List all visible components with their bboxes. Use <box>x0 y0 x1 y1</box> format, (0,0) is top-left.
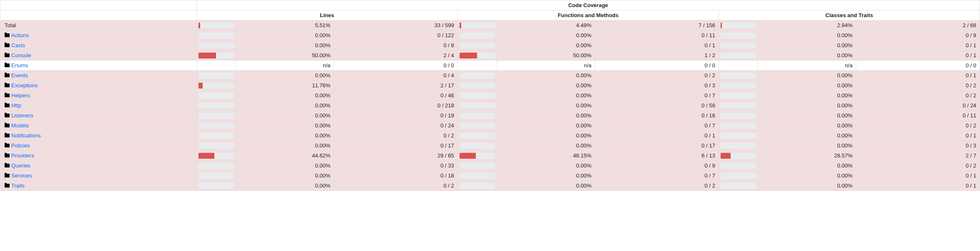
lines-pct: 0.00% <box>236 121 334 131</box>
funcs-pct: 0.00% <box>497 101 595 111</box>
classes-bar-cell <box>719 151 758 161</box>
folder-link[interactable]: Console <box>11 52 31 58</box>
name-cell: Traits <box>0 181 197 191</box>
classes-progress <box>721 93 756 99</box>
folder-link[interactable]: Queries <box>11 162 30 169</box>
classes-frac: 2 / 7 <box>856 151 980 161</box>
lines-bar-cell <box>196 41 236 51</box>
folder-link[interactable]: Providers <box>11 152 34 159</box>
name-cell: Helpers <box>0 91 197 101</box>
classes-pct: 0.00% <box>758 141 856 151</box>
table-row: Traits0.00%0 / 20.00%0 / 20.00%0 / 1 <box>0 181 980 191</box>
lines-frac: 0 / 17 <box>334 141 458 151</box>
funcs-pct: 0.00% <box>497 41 595 51</box>
lines-frac: 0 / 46 <box>334 91 458 101</box>
lines-pct: n/a <box>236 61 334 71</box>
name-cell: Queries <box>0 161 197 171</box>
classes-progress <box>721 153 756 159</box>
folder-link[interactable]: Enums <box>11 62 28 68</box>
lines-progress <box>199 73 234 79</box>
funcs-pct: 0.00% <box>497 71 595 81</box>
folder-link[interactable]: Http <box>11 102 21 109</box>
lines-pct: 44.62% <box>236 151 334 161</box>
folder-link[interactable]: Casts <box>11 42 25 48</box>
folder-link[interactable]: Listeners <box>11 112 33 119</box>
funcs-progress <box>460 143 495 149</box>
name-cell: Services <box>0 171 197 181</box>
folder-link[interactable]: Services <box>11 172 32 179</box>
lines-bar-cell <box>196 121 236 131</box>
funcs-bar-cell <box>457 51 497 61</box>
funcs-bar-cell <box>457 171 497 181</box>
classes-pct: 2.94% <box>758 20 856 30</box>
classes-bar-cell <box>719 20 758 30</box>
funcs-progress <box>460 53 495 58</box>
funcs-bar-cell <box>457 181 497 191</box>
classes-pct: 0.00% <box>758 101 856 111</box>
funcs-pct: 0.00% <box>497 181 595 191</box>
funcs-bar-cell <box>457 141 497 151</box>
classes-pct: n/a <box>758 61 856 71</box>
classes-frac: 0 / 24 <box>856 101 980 111</box>
funcs-progress <box>460 43 495 48</box>
folder-link[interactable]: Notifications <box>11 132 41 139</box>
funcs-bar-cell <box>457 81 497 91</box>
classes-pct: 0.00% <box>758 71 856 81</box>
folder-link[interactable]: Policies <box>11 142 30 149</box>
classes-progress <box>721 113 756 119</box>
funcs-pct: 0.00% <box>497 30 595 41</box>
lines-progress-bar <box>199 53 216 58</box>
folder-icon <box>5 154 10 157</box>
lines-frac: 0 / 2 <box>334 131 458 141</box>
classes-pct: 0.00% <box>758 51 856 61</box>
funcs-progress <box>460 183 495 189</box>
classes-bar-cell <box>719 91 758 101</box>
classes-pct: 0.00% <box>758 171 856 181</box>
funcs-frac: 7 / 156 <box>595 20 719 30</box>
funcs-progress <box>460 173 495 179</box>
lines-progress <box>199 93 234 99</box>
folder-link[interactable]: Traits <box>11 183 25 189</box>
lines-progress <box>199 103 234 109</box>
funcs-frac: 0 / 16 <box>595 111 719 121</box>
classes-progress-bar <box>721 153 731 159</box>
funcs-frac: 0 / 3 <box>595 81 719 91</box>
lines-pct: 0.00% <box>236 181 334 191</box>
funcs-frac: 0 / 2 <box>595 181 719 191</box>
folder-icon <box>5 43 10 47</box>
folder-link[interactable]: Exceptions <box>11 82 38 89</box>
folder-link[interactable]: Actions <box>11 32 29 38</box>
lines-frac: 0 / 2 <box>334 181 458 191</box>
classes-frac: 0 / 2 <box>856 81 980 91</box>
funcs-progress-bar <box>460 153 476 159</box>
lines-progress <box>199 23 234 28</box>
lines-bar-cell <box>196 61 236 71</box>
folder-link[interactable]: Events <box>11 72 28 79</box>
lines-progress <box>199 143 234 149</box>
classes-progress-bar <box>721 23 722 28</box>
header-functions: Functions and Methods <box>457 10 719 20</box>
funcs-pct: 0.00% <box>497 171 595 181</box>
funcs-pct: 50.00% <box>497 51 595 61</box>
folder-link[interactable]: Models <box>11 122 29 129</box>
table-row: Listeners0.00%0 / 190.00%0 / 160.00%0 / … <box>0 111 980 121</box>
lines-progress-bar <box>199 23 201 28</box>
classes-frac: 0 / 1 <box>856 41 980 51</box>
funcs-pct: 0.00% <box>497 111 595 121</box>
lines-frac: 0 / 8 <box>334 41 458 51</box>
classes-frac: 0 / 9 <box>856 30 980 41</box>
classes-progress <box>721 133 756 139</box>
classes-pct: 0.00% <box>758 30 856 41</box>
lines-progress-bar <box>199 83 203 89</box>
lines-bar-cell <box>196 141 236 151</box>
folder-link[interactable]: Helpers <box>11 92 30 99</box>
funcs-bar-cell <box>457 41 497 51</box>
lines-progress <box>199 113 234 119</box>
name-cell: Console <box>0 51 197 61</box>
lines-pct: 0.00% <box>236 91 334 101</box>
lines-pct: 0.00% <box>236 141 334 151</box>
name-cell: Actions <box>0 30 197 41</box>
lines-frac: 0 / 4 <box>334 71 458 81</box>
classes-progress <box>721 103 756 109</box>
folder-icon <box>5 164 10 167</box>
